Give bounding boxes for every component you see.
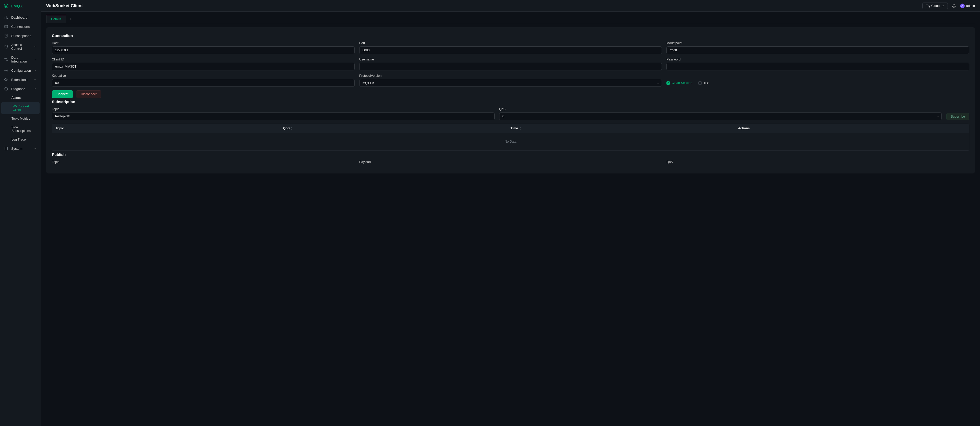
gear-icon — [4, 68, 8, 73]
subscriptions-icon — [4, 34, 8, 38]
chevron-up-icon — [34, 87, 37, 90]
nav-label: Extensions — [11, 78, 27, 82]
keepalive-label: Keepalive — [52, 74, 355, 78]
sidebar-item-configuration[interactable]: Configuration — [0, 66, 41, 75]
emqx-logo-icon — [3, 3, 9, 8]
try-cloud-label: Try Cloud — [926, 4, 940, 8]
svg-rect-6 — [7, 17, 8, 19]
nav-label: Topic Metrics — [11, 117, 30, 120]
nav-label: Configuration — [11, 69, 31, 73]
pub-payload-label: Payload — [359, 160, 662, 164]
subscribe-button[interactable]: Subscribe — [946, 113, 969, 120]
svg-rect-5 — [6, 16, 6, 19]
svg-marker-21 — [519, 129, 521, 130]
sidebar-item-subscriptions[interactable]: Subscriptions — [0, 31, 41, 40]
mountpoint-label: Mountpoint — [667, 41, 969, 45]
sidebar-item-system[interactable]: System — [0, 144, 41, 153]
protocol-label: ProtocolVersion — [359, 74, 662, 78]
plus-icon: + — [70, 17, 72, 21]
sidebar-item-log-trace[interactable]: Log Trace — [0, 135, 41, 144]
protocol-select[interactable]: MQTT 5 — [359, 79, 662, 87]
username-label: Username — [359, 58, 662, 61]
sidebar-item-diagnose[interactable]: Diagnose — [0, 84, 41, 93]
svg-point-13 — [6, 60, 8, 61]
chevron-down-icon — [34, 69, 37, 72]
port-label: Port — [359, 41, 662, 45]
page-title: WebSocket Client — [46, 3, 83, 8]
nav: Dashboard Connections Subscriptions Acce… — [0, 12, 41, 153]
topbar: WebSocket Client Try Cloud A admin — [41, 0, 980, 12]
host-input[interactable] — [52, 46, 355, 54]
notifications-icon[interactable] — [952, 4, 956, 8]
brand-text: EMQX — [11, 4, 23, 8]
nav-label: Dashboard — [11, 16, 27, 19]
sub-topic-label: Topic — [52, 108, 495, 111]
chevron-down-icon — [34, 78, 37, 81]
subscription-section-title: Subscription — [52, 100, 969, 104]
connect-button[interactable]: Connect — [52, 90, 73, 98]
clean-session-checkbox[interactable]: Clean Session — [667, 81, 692, 85]
svg-point-16 — [5, 147, 8, 148]
tabs-row: Default + — [41, 12, 980, 23]
diagnose-icon — [4, 87, 8, 91]
sub-qos-select[interactable]: 0 — [499, 112, 942, 120]
sidebar-item-topic-metrics[interactable]: Topic Metrics — [0, 114, 41, 123]
nav-label: Data Integration — [11, 55, 31, 63]
main: WebSocket Client Try Cloud A admin Defau… — [41, 0, 980, 426]
clientid-label: Client ID — [52, 58, 355, 61]
keepalive-input[interactable] — [52, 79, 355, 87]
tab-default[interactable]: Default — [46, 15, 66, 23]
disconnect-button[interactable]: Disconnect — [76, 90, 102, 98]
sidebar-item-slow-subscriptions[interactable]: Slow Subscriptions — [0, 123, 41, 135]
dashboard-icon — [4, 15, 8, 19]
clean-session-label: Clean Session — [671, 81, 692, 85]
password-input[interactable] — [667, 63, 969, 70]
svg-marker-19 — [291, 129, 293, 130]
avatar: A — [960, 3, 965, 8]
sidebar-item-websocket-client[interactable]: WebSocket Client — [1, 102, 40, 114]
sub-topic-input[interactable] — [52, 112, 495, 120]
system-icon — [4, 146, 8, 150]
nav-label: WebSocket Client — [13, 105, 35, 112]
user-menu[interactable]: A admin — [960, 3, 975, 8]
svg-point-12 — [5, 58, 6, 59]
tls-checkbox[interactable]: TLS — [698, 81, 710, 85]
th-actions: Actions — [738, 127, 966, 130]
svg-marker-18 — [291, 127, 293, 128]
nav-label: Log Trace — [11, 138, 26, 141]
nav-label: Diagnose — [11, 87, 25, 91]
table-empty: No Data — [52, 133, 969, 150]
add-tab-button[interactable]: + — [66, 15, 76, 23]
sidebar-item-extensions[interactable]: Extensions — [0, 75, 41, 84]
integration-icon — [4, 57, 8, 62]
sort-icon — [519, 127, 521, 130]
checkbox-unchecked-icon — [698, 81, 702, 85]
user-name-label: admin — [966, 4, 975, 8]
th-time[interactable]: Time — [511, 127, 738, 130]
port-input[interactable] — [359, 46, 662, 54]
chevron-down-icon — [34, 45, 37, 48]
sidebar-item-connections[interactable]: Connections — [0, 22, 41, 31]
sidebar-item-data-integration[interactable]: Data Integration — [0, 53, 41, 66]
tls-label: TLS — [703, 81, 710, 85]
logo[interactable]: EMQX — [0, 0, 41, 12]
tabs: Default + — [46, 15, 975, 23]
sidebar-item-alarms[interactable]: Alarms — [0, 93, 41, 102]
pub-qos-label: QoS — [667, 160, 969, 164]
sidebar-item-dashboard[interactable]: Dashboard — [0, 13, 41, 22]
svg-point-14 — [6, 70, 6, 71]
th-topic[interactable]: Topic — [56, 127, 283, 130]
shield-icon — [4, 44, 8, 49]
svg-rect-7 — [5, 25, 8, 27]
nav-label: Access Control — [11, 43, 31, 51]
sidebar-item-access-control[interactable]: Access Control — [0, 40, 41, 53]
table-header: Topic QoS Time Actions — [52, 124, 969, 133]
puzzle-icon — [4, 78, 8, 82]
mountpoint-input[interactable] — [667, 46, 969, 54]
chevron-down-icon — [34, 58, 37, 61]
username-input[interactable] — [359, 63, 662, 70]
try-cloud-button[interactable]: Try Cloud — [922, 3, 948, 9]
clientid-input[interactable] — [52, 63, 355, 70]
th-qos[interactable]: QoS — [283, 127, 511, 130]
nav-label: Connections — [11, 25, 30, 29]
